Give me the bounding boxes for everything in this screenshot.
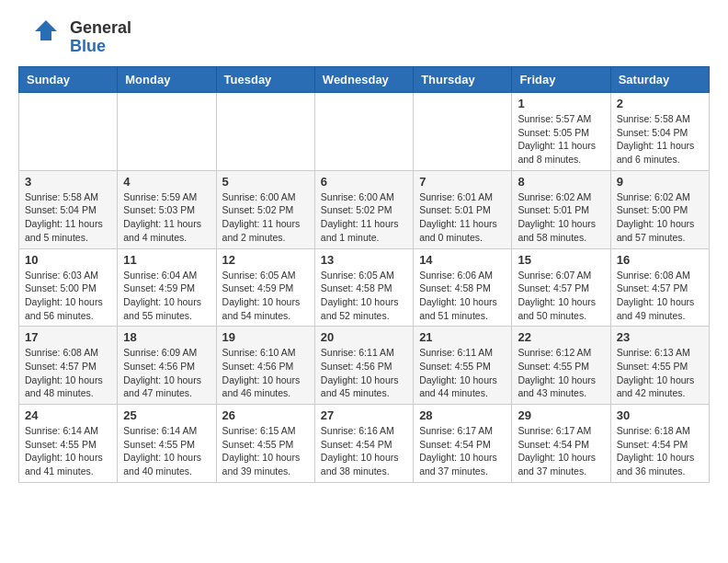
day-info: Sunrise: 5:58 AMSunset: 5:04 PMDaylight:… — [25, 190, 111, 245]
calendar-day-15: 15Sunrise: 6:07 AMSunset: 4:57 PMDayligh… — [512, 248, 610, 327]
day-info: Sunrise: 6:00 AMSunset: 5:02 PMDaylight:… — [222, 190, 309, 245]
day-number: 11 — [123, 253, 210, 267]
day-number: 21 — [419, 330, 506, 344]
calendar-empty-cell — [19, 93, 118, 171]
calendar-day-18: 18Sunrise: 6:09 AMSunset: 4:56 PMDayligh… — [118, 327, 216, 405]
calendar-day-12: 12Sunrise: 6:05 AMSunset: 4:59 PMDayligh… — [216, 248, 314, 327]
day-number: 8 — [518, 175, 604, 189]
calendar-day-21: 21Sunrise: 6:11 AMSunset: 4:55 PMDayligh… — [414, 327, 512, 405]
day-info: Sunrise: 5:59 AMSunset: 5:03 PMDaylight:… — [123, 190, 210, 245]
calendar-day-16: 16Sunrise: 6:08 AMSunset: 4:57 PMDayligh… — [610, 248, 709, 327]
weekday-header-monday: Monday — [118, 67, 216, 93]
day-info: Sunrise: 6:11 AMSunset: 4:56 PMDaylight:… — [321, 346, 407, 400]
calendar-week-row: 10Sunrise: 6:03 AMSunset: 5:00 PMDayligh… — [19, 248, 710, 327]
calendar-day-28: 28Sunrise: 6:17 AMSunset: 4:54 PMDayligh… — [414, 405, 512, 483]
weekday-header-tuesday: Tuesday — [216, 67, 314, 93]
calendar-day-14: 14Sunrise: 6:06 AMSunset: 4:58 PMDayligh… — [414, 248, 512, 327]
day-info: Sunrise: 6:17 AMSunset: 4:54 PMDaylight:… — [419, 424, 506, 478]
day-info: Sunrise: 6:10 AMSunset: 4:56 PMDaylight:… — [222, 346, 309, 400]
calendar-day-24: 24Sunrise: 6:14 AMSunset: 4:55 PMDayligh… — [19, 405, 118, 483]
calendar-day-13: 13Sunrise: 6:05 AMSunset: 4:58 PMDayligh… — [314, 248, 413, 327]
day-number: 20 — [321, 330, 407, 344]
day-number: 3 — [25, 175, 111, 189]
day-number: 27 — [321, 408, 407, 422]
day-number: 10 — [25, 253, 111, 267]
day-info: Sunrise: 6:14 AMSunset: 4:55 PMDaylight:… — [123, 424, 210, 478]
calendar-day-9: 9Sunrise: 6:02 AMSunset: 5:00 PMDaylight… — [610, 170, 709, 248]
calendar-empty-cell — [118, 93, 216, 171]
day-info: Sunrise: 6:08 AMSunset: 4:57 PMDaylight:… — [617, 269, 703, 323]
calendar-day-23: 23Sunrise: 6:13 AMSunset: 4:55 PMDayligh… — [610, 327, 709, 405]
day-info: Sunrise: 6:02 AMSunset: 5:01 PMDaylight:… — [518, 190, 604, 245]
calendar-day-22: 22Sunrise: 6:12 AMSunset: 4:55 PMDayligh… — [512, 327, 610, 405]
day-info: Sunrise: 5:57 AMSunset: 5:05 PMDaylight:… — [518, 112, 604, 167]
day-number: 5 — [222, 175, 309, 189]
day-number: 7 — [419, 175, 506, 189]
day-number: 28 — [419, 408, 506, 422]
day-number: 22 — [518, 330, 604, 344]
day-number: 16 — [617, 253, 703, 267]
calendar-day-17: 17Sunrise: 6:08 AMSunset: 4:57 PMDayligh… — [19, 327, 118, 405]
day-number: 15 — [518, 253, 604, 267]
day-number: 6 — [321, 175, 407, 189]
day-info: Sunrise: 6:09 AMSunset: 4:56 PMDaylight:… — [123, 346, 210, 400]
calendar-day-5: 5Sunrise: 6:00 AMSunset: 5:02 PMDaylight… — [216, 170, 314, 248]
day-number: 30 — [617, 408, 703, 422]
day-info: Sunrise: 6:13 AMSunset: 4:55 PMDaylight:… — [617, 346, 703, 400]
day-info: Sunrise: 6:17 AMSunset: 4:54 PMDaylight:… — [518, 424, 604, 478]
day-info: Sunrise: 6:12 AMSunset: 4:55 PMDaylight:… — [518, 346, 604, 400]
day-number: 26 — [222, 408, 309, 422]
calendar-day-2: 2Sunrise: 5:58 AMSunset: 5:04 PMDaylight… — [610, 93, 709, 171]
day-number: 29 — [518, 408, 604, 422]
day-info: Sunrise: 6:18 AMSunset: 4:54 PMDaylight:… — [617, 424, 703, 478]
calendar-table: SundayMondayTuesdayWednesdayThursdayFrid… — [18, 66, 710, 483]
weekday-header-saturday: Saturday — [610, 67, 709, 93]
calendar-empty-cell — [314, 93, 413, 171]
calendar-day-10: 10Sunrise: 6:03 AMSunset: 5:00 PMDayligh… — [19, 248, 118, 327]
logo: GeneralBlue — [18, 18, 131, 57]
day-info: Sunrise: 6:05 AMSunset: 4:59 PMDaylight:… — [222, 269, 309, 323]
calendar-day-1: 1Sunrise: 5:57 AMSunset: 5:05 PMDaylight… — [512, 93, 610, 171]
calendar-day-4: 4Sunrise: 5:59 AMSunset: 5:03 PMDaylight… — [118, 170, 216, 248]
day-info: Sunrise: 6:08 AMSunset: 4:57 PMDaylight:… — [25, 346, 111, 400]
day-number: 25 — [123, 408, 210, 422]
day-number: 18 — [123, 330, 210, 344]
day-number: 2 — [617, 97, 703, 110]
weekday-header-wednesday: Wednesday — [314, 67, 413, 93]
logo-text: GeneralBlue — [70, 19, 131, 56]
logo-blue: Blue — [70, 38, 131, 56]
calendar-day-27: 27Sunrise: 6:16 AMSunset: 4:54 PMDayligh… — [314, 405, 413, 483]
calendar-day-11: 11Sunrise: 6:04 AMSunset: 4:59 PMDayligh… — [118, 248, 216, 327]
calendar-day-30: 30Sunrise: 6:18 AMSunset: 4:54 PMDayligh… — [610, 405, 709, 483]
calendar-week-row: 3Sunrise: 5:58 AMSunset: 5:04 PMDaylight… — [19, 170, 710, 248]
day-info: Sunrise: 6:14 AMSunset: 4:55 PMDaylight:… — [25, 424, 111, 478]
weekday-header-sunday: Sunday — [19, 67, 118, 93]
day-info: Sunrise: 6:03 AMSunset: 5:00 PMDaylight:… — [25, 269, 111, 323]
calendar-week-row: 17Sunrise: 6:08 AMSunset: 4:57 PMDayligh… — [19, 327, 710, 405]
logo-svg — [18, 18, 64, 57]
day-number: 13 — [321, 253, 407, 267]
calendar-day-7: 7Sunrise: 6:01 AMSunset: 5:01 PMDaylight… — [414, 170, 512, 248]
day-info: Sunrise: 6:05 AMSunset: 4:58 PMDaylight:… — [321, 269, 407, 323]
day-info: Sunrise: 6:00 AMSunset: 5:02 PMDaylight:… — [321, 190, 407, 245]
day-number: 9 — [617, 175, 703, 189]
day-info: Sunrise: 6:15 AMSunset: 4:55 PMDaylight:… — [222, 424, 309, 478]
calendar-day-8: 8Sunrise: 6:02 AMSunset: 5:01 PMDaylight… — [512, 170, 610, 248]
day-number: 23 — [617, 330, 703, 344]
calendar-day-19: 19Sunrise: 6:10 AMSunset: 4:56 PMDayligh… — [216, 327, 314, 405]
day-info: Sunrise: 6:04 AMSunset: 4:59 PMDaylight:… — [123, 269, 210, 323]
logo-general: General — [70, 19, 131, 38]
calendar-day-20: 20Sunrise: 6:11 AMSunset: 4:56 PMDayligh… — [314, 327, 413, 405]
calendar-day-26: 26Sunrise: 6:15 AMSunset: 4:55 PMDayligh… — [216, 405, 314, 483]
calendar-day-25: 25Sunrise: 6:14 AMSunset: 4:55 PMDayligh… — [118, 405, 216, 483]
calendar-day-6: 6Sunrise: 6:00 AMSunset: 5:02 PMDaylight… — [314, 170, 413, 248]
day-number: 24 — [25, 408, 111, 422]
day-info: Sunrise: 6:02 AMSunset: 5:00 PMDaylight:… — [617, 190, 703, 245]
day-number: 4 — [123, 175, 210, 189]
calendar-empty-cell — [414, 93, 512, 171]
day-number: 14 — [419, 253, 506, 267]
calendar-week-row: 24Sunrise: 6:14 AMSunset: 4:55 PMDayligh… — [19, 405, 710, 483]
weekday-header-row: SundayMondayTuesdayWednesdayThursdayFrid… — [19, 67, 710, 93]
calendar-empty-cell — [216, 93, 314, 171]
calendar-week-row: 1Sunrise: 5:57 AMSunset: 5:05 PMDaylight… — [19, 93, 710, 171]
